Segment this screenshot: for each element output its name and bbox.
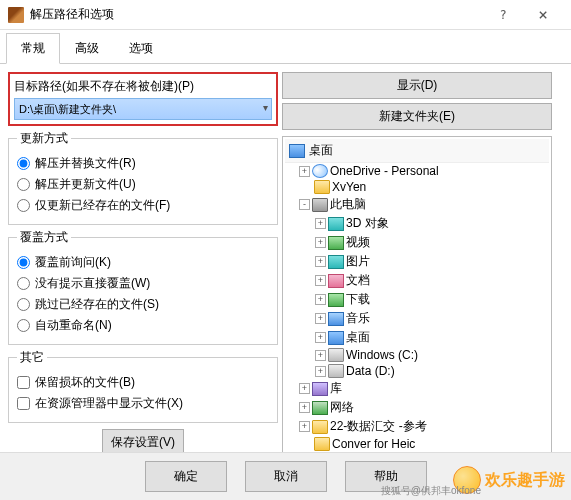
tree-toggle-icon[interactable]: + [315,237,326,248]
tree-item-label: OneDrive - Personal [330,164,439,178]
tabs: 常规 高级 选项 [0,32,571,64]
tree-toggle-icon[interactable]: + [315,366,326,377]
folder-icon [328,331,344,345]
display-button[interactable]: 显示(D) [282,72,552,99]
folder-icon [312,198,328,212]
folder-icon [328,274,344,288]
folder-icon [328,217,344,231]
update-opt-replace[interactable]: 解压并替换文件(R) [17,153,269,174]
update-opt-existing[interactable]: 仅更新已经存在的文件(F) [17,195,269,216]
tree-item-label: 下载 [346,291,370,308]
folder-icon [328,348,344,362]
tree-item-label: 视频 [346,234,370,251]
tree-item-label: Data (D:) [346,364,395,378]
tree-item[interactable]: +视频 [285,233,549,252]
misc-group: 其它 保留损坏的文件(B) 在资源管理器中显示文件(X) [8,349,278,423]
misc-legend: 其它 [17,349,47,366]
overwrite-legend: 覆盖方式 [17,229,71,246]
tree-item-label: 22-数据汇交 -参考 [330,418,427,435]
overwrite-opt-rename[interactable]: 自动重命名(N) [17,315,269,336]
tree-toggle-icon[interactable]: + [299,166,310,177]
folder-icon [314,180,330,194]
tree-item[interactable]: +3D 对象 [285,214,549,233]
tree-toggle-icon[interactable]: + [299,421,310,432]
misc-show-explorer[interactable]: 在资源管理器中显示文件(X) [17,393,269,414]
tree-root[interactable]: 桌面 [285,139,549,163]
update-opt-update[interactable]: 解压并更新文件(U) [17,174,269,195]
tree-item-label: 此电脑 [330,196,366,213]
folder-icon [312,420,328,434]
folder-icon [314,437,330,451]
tree-item-label: 音乐 [346,310,370,327]
tree-toggle-icon[interactable]: + [315,294,326,305]
tree-toggle-icon[interactable]: + [299,402,310,413]
tree-item[interactable]: -此电脑 [285,195,549,214]
new-folder-button[interactable]: 新建文件夹(E) [282,103,552,130]
tree-toggle-icon[interactable]: + [315,332,326,343]
close-button[interactable]: × [523,1,563,29]
tree-toggle-icon[interactable]: + [299,383,310,394]
tree-item[interactable]: +桌面 [285,328,549,347]
tree-item[interactable]: +Data (D:) [285,363,549,379]
tab-advanced[interactable]: 高级 [60,33,114,64]
update-mode-group: 更新方式 解压并替换文件(R) 解压并更新文件(U) 仅更新已经存在的文件(F) [8,130,278,225]
tree-toggle-icon[interactable]: + [315,275,326,286]
tree-item[interactable]: +文档 [285,271,549,290]
misc-keep-broken[interactable]: 保留损坏的文件(B) [17,372,269,393]
tree-item-label: 3D 对象 [346,215,389,232]
tree-item-label: Windows (C:) [346,348,418,362]
folder-icon [312,164,328,178]
ok-button[interactable]: 确定 [145,461,227,492]
folder-icon [328,293,344,307]
update-legend: 更新方式 [17,130,71,147]
folder-tree[interactable]: 桌面 +OneDrive - PersonalXvYen-此电脑+3D 对象+视… [282,136,552,471]
folder-icon [328,236,344,250]
overwrite-opt-skip[interactable]: 跳过已经存在的文件(S) [17,294,269,315]
folder-icon [312,401,328,415]
folder-icon [328,364,344,378]
tree-item[interactable]: +音乐 [285,309,549,328]
folder-icon [328,312,344,326]
tree-item[interactable]: +Windows (C:) [285,347,549,363]
tree-item[interactable]: +下载 [285,290,549,309]
tree-item[interactable]: +库 [285,379,549,398]
path-highlight: 目标路径(如果不存在将被创建)(P) ▾ [8,72,278,126]
titlebar: 解压路径和选项 ? × [0,0,571,30]
tree-item-label: 桌面 [346,329,370,346]
folder-icon [312,382,328,396]
tree-toggle-icon[interactable]: + [315,256,326,267]
path-dropdown-icon[interactable]: ▾ [263,102,268,113]
overwrite-opt-ask[interactable]: 覆盖前询问(K) [17,252,269,273]
tree-toggle-icon[interactable]: + [315,313,326,324]
tree-item-label: XvYen [332,180,366,194]
tree-item-label: Conver for Heic [332,437,415,451]
tree-item[interactable]: +网络 [285,398,549,417]
tree-item[interactable]: +22-数据汇交 -参考 [285,417,549,436]
help-button[interactable]: ? [483,1,523,29]
tree-item-label: 文档 [346,272,370,289]
destination-path-input[interactable] [14,98,272,120]
cancel-button[interactable]: 取消 [245,461,327,492]
window-title: 解压路径和选项 [30,6,483,23]
tree-item[interactable]: XvYen [285,179,549,195]
tree-item[interactable]: +图片 [285,252,549,271]
tree-item-label: 网络 [330,399,354,416]
folder-icon [328,255,344,269]
path-label: 目标路径(如果不存在将被创建)(P) [14,78,272,95]
tree-item-label: 库 [330,380,342,397]
desktop-icon [289,144,305,158]
watermark-sub: 搜狐号@俱邦丰okfone [381,484,481,498]
overwrite-opt-noprompt[interactable]: 没有提示直接覆盖(W) [17,273,269,294]
tree-toggle-icon[interactable]: + [315,218,326,229]
tree-toggle-icon[interactable]: - [299,199,310,210]
overwrite-mode-group: 覆盖方式 覆盖前询问(K) 没有提示直接覆盖(W) 跳过已经存在的文件(S) 自… [8,229,278,345]
tree-item-label: 图片 [346,253,370,270]
app-icon [8,7,24,23]
tree-item[interactable]: Conver for Heic [285,436,549,452]
tree-toggle-icon[interactable]: + [315,350,326,361]
tab-general[interactable]: 常规 [6,33,60,64]
tree-item[interactable]: +OneDrive - Personal [285,163,549,179]
tab-options[interactable]: 选项 [114,33,168,64]
